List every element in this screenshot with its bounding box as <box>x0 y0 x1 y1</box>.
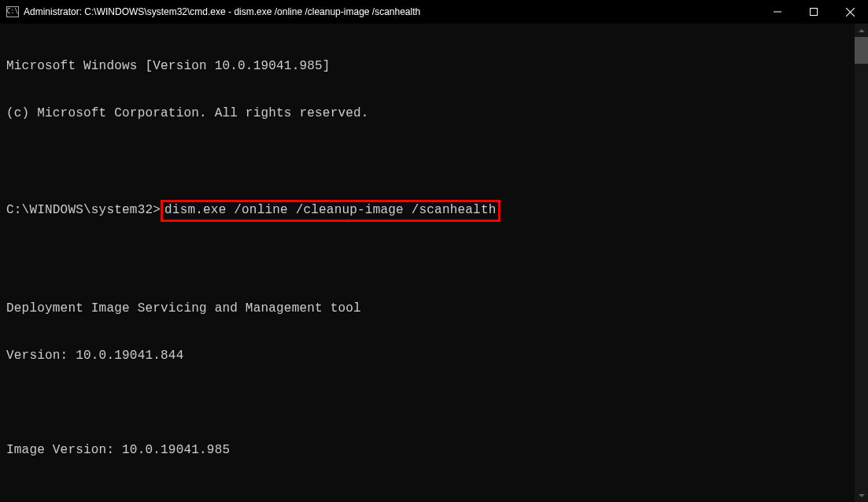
output-line: (c) Microsoft Corporation. All rights re… <box>6 105 862 121</box>
output-line: Deployment Image Servicing and Managemen… <box>6 301 862 316</box>
command-text: dism.exe /online /cleanup-image /scanhea… <box>164 203 496 217</box>
svg-marker-4 <box>859 29 865 32</box>
svg-marker-5 <box>859 494 865 497</box>
window-title: Administrator: C:\WINDOWS\system32\cmd.e… <box>24 6 420 17</box>
blank-line <box>6 489 862 502</box>
cmd-icon: C:\ <box>6 6 19 17</box>
vertical-scrollbar[interactable] <box>855 24 868 502</box>
output-line: Image Version: 10.0.19041.985 <box>6 442 862 458</box>
blank-line <box>6 153 862 168</box>
scroll-down-button[interactable] <box>855 489 868 502</box>
blank-line <box>6 253 862 269</box>
blank-line <box>6 395 862 411</box>
output-line: Version: 10.0.19041.844 <box>6 348 862 364</box>
close-button[interactable] <box>832 0 868 24</box>
window-controls <box>759 0 868 24</box>
minimize-button[interactable] <box>759 0 796 24</box>
scroll-thumb[interactable] <box>855 37 868 64</box>
titlebar-left: C:\ Administrator: C:\WINDOWS\system32\c… <box>6 6 420 17</box>
command-line: C:\WINDOWS\system32>dism.exe /online /cl… <box>6 200 862 222</box>
terminal-output[interactable]: Microsoft Windows [Version 10.0.19041.98… <box>0 24 868 502</box>
scroll-up-button[interactable] <box>855 24 868 37</box>
command-highlight: dism.exe /online /cleanup-image /scanhea… <box>161 200 500 222</box>
maximize-button[interactable] <box>796 0 832 24</box>
output-line: Microsoft Windows [Version 10.0.19041.98… <box>6 58 862 74</box>
window-titlebar: C:\ Administrator: C:\WINDOWS\system32\c… <box>0 0 868 24</box>
svg-rect-1 <box>811 9 818 16</box>
prompt-text: C:\WINDOWS\system32> <box>6 203 161 217</box>
